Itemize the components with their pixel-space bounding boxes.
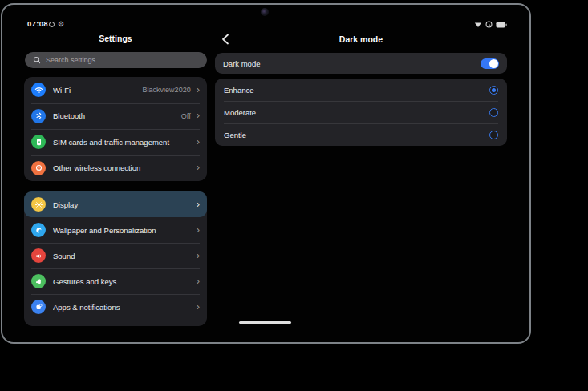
status-time: 07:08	[27, 19, 48, 28]
settings-item-sim-cards[interactable]: SIM cards and traffic management ›	[24, 129, 207, 155]
item-label: Wi-Fi	[53, 86, 143, 95]
wireless-icon	[31, 161, 46, 175]
gear-icon: ⚙	[58, 21, 64, 28]
item-label: Display	[53, 200, 197, 209]
display-icon	[31, 197, 46, 212]
wifi-icon	[31, 83, 46, 97]
chevron-right-icon: ›	[197, 84, 200, 95]
detail-page-title: Dark mode	[215, 34, 507, 44]
option-moderate[interactable]: Moderate	[215, 101, 507, 123]
option-gentle[interactable]: Gentle	[215, 123, 507, 146]
item-label: Wallpaper and Personalization	[53, 226, 197, 235]
radio-moderate[interactable]	[489, 108, 498, 117]
settings-item-wifi[interactable]: Wi-Fi Blackview2020 ›	[24, 77, 207, 103]
option-label: Gentle	[224, 131, 489, 139]
dark-mode-label: Dark mode	[223, 59, 481, 68]
clock-icon	[485, 21, 493, 28]
item-label: SIM cards and traffic management	[53, 138, 197, 147]
page-background: 07:08 ⚙ Settings Search se	[0, 0, 588, 391]
radio-enhance[interactable]	[489, 86, 498, 95]
chevron-right-icon: ›	[197, 250, 200, 260]
chevron-right-icon: ›	[197, 110, 200, 120]
item-value: Off	[181, 112, 191, 120]
wallpaper-icon	[31, 223, 46, 237]
list-cutoff	[24, 320, 207, 325]
status-right-icons	[474, 21, 507, 28]
sound-icon	[31, 248, 46, 263]
settings-item-sound[interactable]: Sound ›	[24, 243, 207, 268]
item-label: Apps & notifications	[53, 303, 197, 312]
sim-card-icon	[31, 135, 46, 149]
settings-item-gestures[interactable]: Gestures and keys ›	[24, 268, 207, 294]
dark-mode-toggle-card: Dark mode	[215, 53, 507, 74]
chevron-right-icon: ›	[197, 276, 200, 286]
item-label: Bluetooth	[53, 111, 181, 120]
settings-item-other-wireless[interactable]: Other wireless connection ›	[24, 155, 207, 182]
item-label: Sound	[53, 252, 197, 260]
dark-mode-toggle[interactable]	[481, 58, 499, 69]
wifi-icon	[474, 22, 482, 28]
search-icon	[33, 56, 41, 64]
chevron-right-icon: ›	[197, 136, 200, 147]
chevron-right-icon: ›	[197, 199, 200, 209]
settings-group-personalization: Display › Wallpaper and Personalization …	[24, 191, 207, 326]
tablet-frame: 07:08 ⚙ Settings Search se	[1, 3, 531, 344]
bluetooth-icon	[31, 109, 46, 123]
settings-item-wallpaper[interactable]: Wallpaper and Personalization ›	[24, 217, 207, 243]
home-indicator[interactable]	[239, 321, 291, 324]
settings-group-network: Wi-Fi Blackview2020 › Bluetooth Off ›	[24, 77, 207, 181]
search-placeholder: Search settings	[46, 56, 95, 64]
item-label: Gestures and keys	[53, 277, 197, 286]
battery-icon	[496, 22, 507, 28]
status-left-icons: ⚙	[49, 21, 64, 28]
gestures-icon	[31, 274, 46, 288]
settings-item-bluetooth[interactable]: Bluetooth Off ›	[24, 103, 207, 130]
option-enhance[interactable]: Enhance	[215, 79, 507, 101]
item-value: Blackview2020	[143, 86, 191, 94]
search-input[interactable]: Search settings	[25, 52, 207, 68]
front-camera-icon	[261, 8, 269, 16]
dark-mode-options-card: Enhance Moderate Gentle	[215, 79, 507, 146]
chevron-right-icon: ›	[197, 162, 200, 172]
option-label: Enhance	[224, 86, 489, 95]
item-label: Other wireless connection	[53, 163, 197, 172]
chevron-right-icon: ›	[197, 224, 200, 235]
option-label: Moderate	[224, 108, 489, 117]
apps-icon	[31, 300, 46, 314]
page-title: Settings	[24, 34, 207, 43]
settings-item-apps[interactable]: Apps & notifications ›	[24, 294, 207, 320]
status-circle-icon	[49, 22, 55, 27]
chevron-right-icon: ›	[197, 301, 200, 312]
settings-item-display[interactable]: Display ›	[24, 191, 207, 217]
radio-gentle[interactable]	[489, 131, 498, 139]
